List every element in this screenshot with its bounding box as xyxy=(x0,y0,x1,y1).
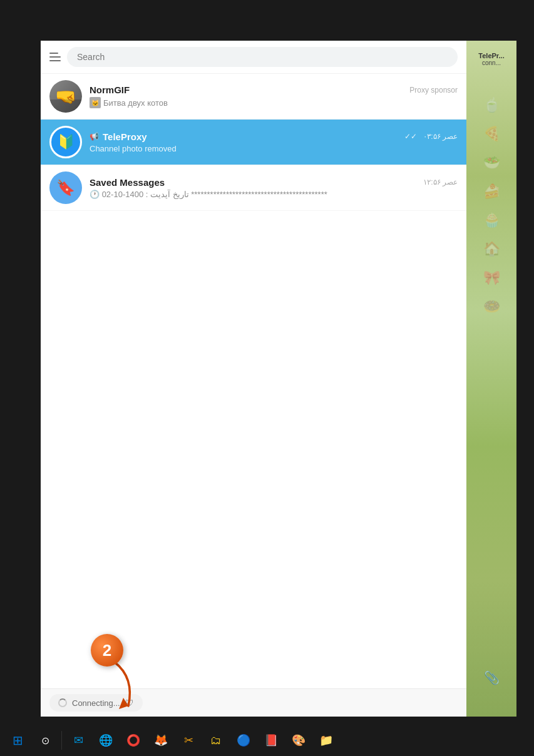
status-bar: Connecting... 🛡 xyxy=(41,688,466,717)
taskbar-design[interactable]: 🎨 xyxy=(286,728,311,753)
chat-header-normgif: NormGIF Proxy sponsor xyxy=(90,84,458,95)
chat-item-normgif[interactable]: 🤜 NormGIF Proxy sponsor 🐱 Битва двух кот… xyxy=(41,74,466,120)
chat-name-saved: Saved Messages xyxy=(90,177,165,188)
menu-button[interactable] xyxy=(49,53,61,61)
right-panel-header: TelePr... conn... xyxy=(476,47,506,71)
background-doodles: 🍵 🍕 🥗 🍰 🧁 🏠 🎀 🍩 xyxy=(466,91,516,692)
chat-name-teleproxy: TeleProxy xyxy=(103,131,147,142)
taskbar-files[interactable]: 📁 xyxy=(314,728,339,753)
bookmark-icon: 🔖 xyxy=(56,179,75,197)
taskbar-tool2[interactable]: 🗂 xyxy=(203,728,228,753)
taskbar-mail[interactable]: ✉ xyxy=(66,728,91,753)
chat-name-normgif: NormGIF xyxy=(90,84,130,95)
avatar-teleproxy: 🔰 xyxy=(49,126,82,158)
search-input[interactable] xyxy=(67,47,458,67)
chat-preview-saved: 🕐 تاریخ آپدیت : 1400-10-02 *************… xyxy=(90,190,458,199)
chat-info-saved: Saved Messages عصر ۱۲:۵۶ 🕐 تاریخ آپدیت :… xyxy=(90,177,458,199)
chat-meta-teleproxy: Channel photo removed xyxy=(90,144,458,153)
taskbar-start[interactable]: ⊞ xyxy=(5,728,30,753)
right-panel-subtitle: conn... xyxy=(478,59,504,66)
chat-header-saved: Saved Messages عصر ۱۲:۵۶ xyxy=(90,177,458,188)
right-panel: TelePr... conn... 🍵 🍕 🥗 🍰 🧁 🏠 🎀 🍩 📎 xyxy=(466,41,516,717)
chat-list: 🤜 NormGIF Proxy sponsor 🐱 Битва двух кот… xyxy=(41,74,466,688)
taskbar-edge[interactable]: 🌐 xyxy=(93,728,118,753)
app-window: 🤜 NormGIF Proxy sponsor 🐱 Битва двух кот… xyxy=(41,41,516,717)
search-bar xyxy=(41,41,466,74)
chat-item-teleproxy[interactable]: 🔰 📢 TeleProxy ✓✓ عصر ۰۳:۵۶ xyxy=(41,120,466,165)
connecting-text: Connecting... xyxy=(72,698,120,708)
taskbar-search[interactable]: ⊙ xyxy=(33,728,58,753)
taskbar: ⊞ ⊙ ✉ 🌐 ⭕ 🦊 ✂ 🗂 🔵 📕 🎨 📁 xyxy=(0,725,534,756)
chat-info-teleproxy: 📢 TeleProxy ✓✓ عصر ۰۳:۵۶ Channel photo r… xyxy=(90,131,458,153)
taskbar-tool1[interactable]: ✂ xyxy=(176,728,201,753)
connecting-indicator: Connecting... 🛡 xyxy=(49,694,143,712)
taskbar-firefox[interactable]: 🦊 xyxy=(148,728,173,753)
chat-meta-saved: 🕐 تاریخ آپدیت : 1400-10-02 *************… xyxy=(90,190,458,199)
taskbar-sep1 xyxy=(61,731,62,750)
shield-icon: 🛡 xyxy=(125,698,134,708)
telegram-channel-icon: 📢 xyxy=(90,132,99,141)
avatar-saved: 🔖 xyxy=(49,171,82,204)
double-check-icon: ✓✓ xyxy=(404,132,417,141)
proxy-sponsor-badge: Proxy sponsor xyxy=(409,86,458,94)
chat-time-teleproxy: عصر ۰۳:۵۶ xyxy=(423,132,458,141)
chat-preview-normgif: Битва двух котов xyxy=(103,98,458,108)
attachment-icon[interactable]: 📎 xyxy=(484,670,500,685)
chat-info-normgif: NormGIF Proxy sponsor 🐱 Битва двух котов xyxy=(90,84,458,108)
teleproxy-logo-icon: 🔰 xyxy=(58,134,74,150)
normgif-thumbnail: 🐱 xyxy=(90,97,101,108)
taskbar-acrobat[interactable]: 📕 xyxy=(259,728,284,753)
chat-header-teleproxy: 📢 TeleProxy ✓✓ عصر ۰۳:۵۶ xyxy=(90,131,458,142)
loading-spinner xyxy=(58,698,67,707)
taskbar-vscode[interactable]: 🔵 xyxy=(231,728,256,753)
left-panel: 🤜 NormGIF Proxy sponsor 🐱 Битва двух кот… xyxy=(41,41,466,717)
chat-preview-teleproxy: Channel photo removed xyxy=(90,144,458,153)
avatar-normgif: 🤜 xyxy=(49,80,82,113)
right-panel-title: TelePr... xyxy=(478,52,504,59)
chat-time-saved: عصر ۱۲:۵۶ xyxy=(423,178,458,186)
chat-item-saved[interactable]: 🔖 Saved Messages عصر ۱۲:۵۶ 🕐 تاریخ آپدیت… xyxy=(41,165,466,211)
normgif-preview-row: 🐱 Битва двух котов xyxy=(90,97,458,108)
taskbar-opera[interactable]: ⭕ xyxy=(121,728,146,753)
